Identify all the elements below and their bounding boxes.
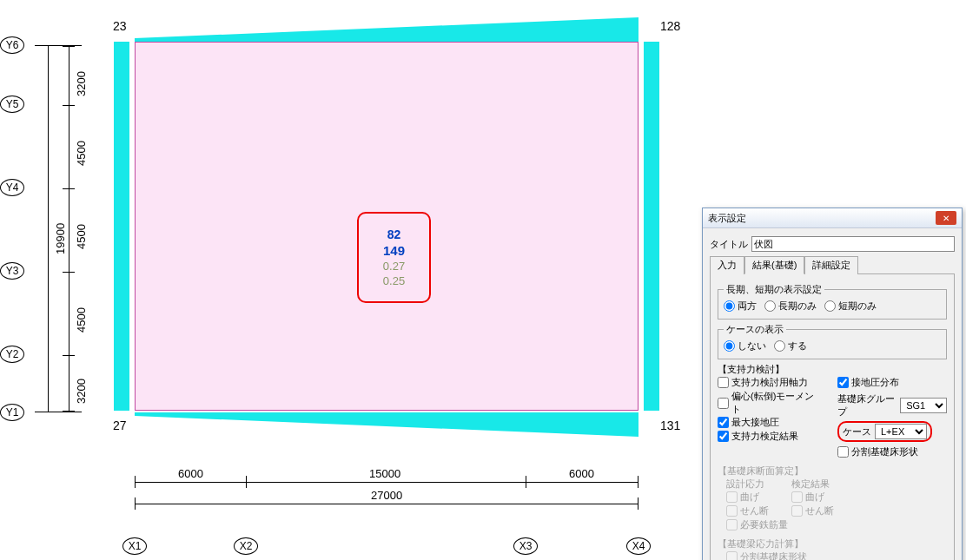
design-stress-col-label: 設計応力: [726, 478, 774, 491]
bearing-group: 【支持力検討】 支持力検討用軸力 偏心(転倒)モーメント 最大接地圧 支持力検定…: [718, 363, 947, 459]
title-input[interactable]: [751, 236, 955, 252]
corner-value-bl: 27: [113, 418, 127, 432]
result-highlight-box: 82 149 0.27 0.25: [357, 212, 431, 303]
bearing-legend: 【支持力検討】: [718, 363, 947, 376]
y-span-2: 4500: [75, 307, 88, 333]
beam-stress-group: 【基礎梁応力計算】 分割基礎床形状: [718, 537, 947, 560]
x-span-1: 6000: [178, 467, 203, 480]
check-result-col-label: 検定結果: [791, 478, 839, 491]
y-total: 19900: [54, 223, 67, 254]
check-bending-1: 曲げ: [726, 491, 759, 504]
check-bending-2: 曲げ: [791, 491, 824, 504]
period-legend: 長期、短期の表示設定: [724, 283, 824, 296]
check-shear-2: せん断: [791, 504, 834, 517]
bottom-distribution-triangle: [135, 412, 638, 437]
x-dimension-total: 27000: [135, 491, 638, 517]
right-distribution-bar: [644, 42, 659, 411]
close-icon: ✕: [943, 214, 949, 223]
top-distribution-triangle: [135, 17, 638, 42]
corner-value-br: 131: [660, 418, 680, 432]
check-max-pressure[interactable]: 最大接地圧: [718, 416, 779, 429]
tab-detail[interactable]: 詳細設定: [804, 256, 858, 274]
period-display-group: 長期、短期の表示設定 両方 長期のみ 短期のみ: [718, 283, 947, 320]
y-span-3: 4500: [75, 224, 88, 249]
case-display-legend: ケースの表示: [724, 323, 786, 336]
y-dimension-total: 19900: [35, 45, 61, 412]
check-beam-split-shape: 分割基礎床形状: [726, 550, 807, 560]
grid-label-y3: Y3: [0, 262, 24, 280]
grid-label-y5: Y5: [0, 96, 24, 113]
check-pressure-dist[interactable]: 接地圧分布: [837, 376, 899, 389]
radio-case-no[interactable]: しない: [724, 339, 766, 352]
y-span-4: 4500: [75, 141, 88, 166]
grid-label-y1: Y1: [0, 404, 24, 421]
check-axial[interactable]: 支持力検討用軸力: [718, 376, 808, 389]
x-span-3: 6000: [569, 467, 594, 480]
display-settings-dialog: 表示設定 ✕ タイトル 入力 結果(基礎) 詳細設定 長期、短期の表示設定 両方…: [702, 208, 963, 560]
bearing-ratio-short: 0.25: [383, 274, 405, 287]
case-selection-highlight: ケース L+EX: [837, 421, 932, 442]
tab-input[interactable]: 入力: [710, 256, 744, 274]
foundation-group-select[interactable]: SG1: [900, 398, 947, 413]
radio-period-long[interactable]: 長期のみ: [764, 300, 817, 313]
plan-drawing-canvas: Y6 Y5 Y4 Y3 Y2 Y1 3200 4500 4500 4500 32…: [0, 0, 678, 560]
grid-label-x1: X1: [122, 537, 147, 555]
beam-stress-legend: 【基礎梁応力計算】: [718, 537, 947, 550]
check-shear-1: せん断: [726, 504, 769, 517]
case-select[interactable]: L+EX: [875, 424, 927, 439]
radio-period-both[interactable]: 両方: [724, 300, 757, 313]
case-display-group: ケースの表示 しない する: [718, 323, 947, 359]
grid-label-y4: Y4: [0, 179, 24, 196]
corner-value-tr: 128: [660, 19, 680, 33]
case-label: ケース: [843, 425, 871, 438]
section-check-group: 【基礎床断面算定】 設計応力 曲げ せん断 検定結果 曲げ せん断 必要鉄筋量: [718, 464, 947, 532]
grid-label-y6: Y6: [0, 36, 24, 54]
grid-label-x3: X3: [513, 537, 538, 555]
max-pressure-long: 82: [387, 227, 401, 241]
max-pressure-short: 149: [383, 243, 405, 258]
corner-value-tl: 23: [113, 19, 127, 33]
grid-label-x2: X2: [234, 537, 258, 555]
tab-result-foundation[interactable]: 結果(基礎): [744, 256, 804, 274]
foundation-slab-area: 82 149 0.27 0.25: [135, 42, 638, 411]
x-span-2: 15000: [369, 467, 400, 480]
y-span-5: 3200: [75, 71, 88, 96]
left-distribution-bar: [114, 42, 129, 411]
svg-marker-0: [135, 17, 638, 42]
check-bearing-result[interactable]: 支持力検定結果: [718, 430, 798, 443]
close-button[interactable]: ✕: [936, 211, 956, 225]
foundation-group-label: 基礎床グループ: [837, 392, 897, 418]
radio-period-short[interactable]: 短期のみ: [824, 300, 877, 313]
title-field-label: タイトル: [710, 238, 748, 251]
y-span-1: 3200: [75, 379, 88, 404]
check-eccentric[interactable]: 偏心(転倒)モーメント: [718, 390, 822, 416]
x-total: 27000: [371, 489, 402, 502]
check-req-rebar: 必要鉄筋量: [726, 518, 788, 531]
grid-label-y2: Y2: [0, 346, 24, 363]
grid-label-x4: X4: [626, 537, 651, 555]
check-split-shape[interactable]: 分割基礎床形状: [837, 445, 918, 458]
radio-case-yes[interactable]: する: [774, 339, 807, 352]
dialog-title: 表示設定: [708, 212, 746, 225]
svg-marker-1: [135, 412, 638, 437]
bearing-ratio-long: 0.27: [383, 260, 405, 273]
section-check-legend: 【基礎床断面算定】: [718, 464, 947, 478]
